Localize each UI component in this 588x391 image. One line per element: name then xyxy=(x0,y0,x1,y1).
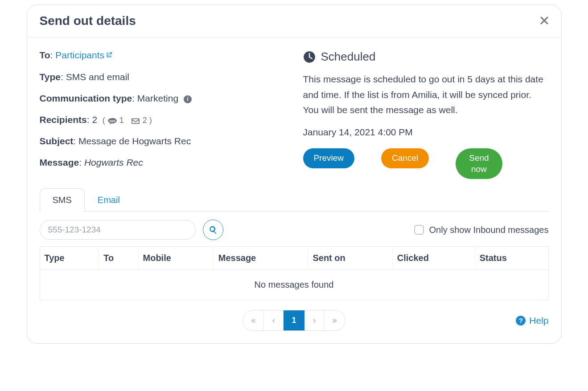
send-out-details-modal: Send out details To: Participants Type: … xyxy=(27,4,562,344)
external-link-icon xyxy=(105,50,113,61)
recipients-count: 2 xyxy=(92,114,97,125)
phone-search-input[interactable] xyxy=(40,220,196,240)
subject-value: Message de Hogwarts Rec xyxy=(78,136,191,146)
sms-count: 1 xyxy=(119,116,124,125)
communication-type-label: Communication type xyxy=(40,93,132,103)
subject-row: Subject: Message de Hogwarts Rec xyxy=(40,136,285,147)
svg-text:SMS: SMS xyxy=(109,119,115,122)
scheduled-description: This message is scheduled to go out in 5… xyxy=(303,72,549,118)
page-prev-button[interactable]: ‹ xyxy=(264,310,284,330)
participants-link-text: Participants xyxy=(55,50,104,60)
type-value: SMS and email xyxy=(66,72,129,82)
cancel-button[interactable]: Cancel xyxy=(381,148,429,168)
close-icon xyxy=(540,16,549,25)
th-type: Type xyxy=(40,247,99,270)
th-message: Message xyxy=(214,247,308,270)
info-icon[interactable]: i xyxy=(184,95,192,103)
envelope-icon xyxy=(131,118,140,125)
tab-sms[interactable]: SMS xyxy=(40,188,85,212)
th-mobile: Mobile xyxy=(138,247,214,270)
page-first-button[interactable]: « xyxy=(243,310,264,330)
page-1-button[interactable]: 1 xyxy=(284,310,304,330)
modal-header: Send out details xyxy=(27,5,561,37)
filter-row: Only show Inbound messages xyxy=(40,220,549,240)
search-icon xyxy=(209,225,218,234)
th-sent-on: Sent on xyxy=(308,247,392,270)
type-row: Type: SMS and email xyxy=(40,72,285,82)
help-icon: ? xyxy=(516,316,526,326)
table-footer: « ‹ 1 › » ? Help xyxy=(40,310,549,331)
th-to: To xyxy=(99,247,138,270)
messages-table: Type To Mobile Message Sent on Clicked S… xyxy=(40,246,549,300)
sms-icon: SMS xyxy=(107,118,117,125)
modal-body: To: Participants Type: SMS and email Com… xyxy=(27,37,561,343)
inbound-checkbox[interactable] xyxy=(414,225,424,235)
modal-title: Send out details xyxy=(40,14,136,28)
to-label: To xyxy=(40,50,50,60)
message-value: Hogwarts Rec xyxy=(84,157,143,167)
inbound-filter[interactable]: Only show Inbound messages xyxy=(414,225,549,235)
scheduled-datetime: January 14, 2021 4:00 PM xyxy=(303,127,549,138)
page-next-button[interactable]: › xyxy=(305,310,325,330)
pagination: « ‹ 1 › » xyxy=(243,310,345,331)
to-row: To: Participants xyxy=(40,50,285,61)
th-clicked: Clicked xyxy=(392,247,475,270)
th-status: Status xyxy=(475,247,548,270)
email-count: 2 xyxy=(143,116,147,125)
page-last-button[interactable]: » xyxy=(325,310,345,330)
message-label: Message xyxy=(40,157,79,167)
clock-icon xyxy=(303,51,316,63)
subject-label: Subject xyxy=(40,136,74,146)
scheduled-header: Scheduled xyxy=(303,50,549,64)
details-column: To: Participants Type: SMS and email Com… xyxy=(40,50,285,179)
communication-type-value: Marketing xyxy=(137,93,178,103)
close-button[interactable] xyxy=(540,15,549,27)
participants-link[interactable]: Participants xyxy=(55,50,113,60)
communication-type-row: Communication type: Marketing i xyxy=(40,93,285,104)
preview-button[interactable]: Preview xyxy=(303,148,355,168)
tab-email[interactable]: Email xyxy=(85,188,133,212)
action-buttons: Preview Cancel Sendnow xyxy=(303,148,549,179)
recipients-row: Recipients: 2 ( SMS 1 2 ) xyxy=(40,114,285,125)
inbound-label: Only show Inbound messages xyxy=(429,225,549,235)
message-row: Message: Hogwarts Rec xyxy=(40,157,285,168)
type-label: Type xyxy=(40,72,61,82)
search-button[interactable] xyxy=(203,220,223,240)
help-label: Help xyxy=(529,315,548,326)
recipients-label: Recipients xyxy=(40,114,87,125)
empty-message: No messages found xyxy=(40,270,548,300)
help-link[interactable]: ? Help xyxy=(516,315,548,326)
send-now-button[interactable]: Sendnow xyxy=(456,148,502,179)
message-tabs: SMS Email xyxy=(40,188,549,212)
scheduled-column: Scheduled This message is scheduled to g… xyxy=(303,50,549,179)
scheduled-heading-text: Scheduled xyxy=(321,50,376,64)
